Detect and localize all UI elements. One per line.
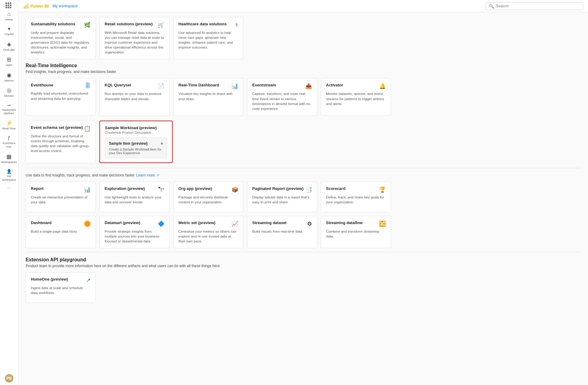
card-desc: Use lightweight tools to analyze your da… [105, 195, 164, 205]
waffle-icon[interactable] [5, 2, 12, 9]
sidebar-item-onelake[interactable]: ◈ OneLake [0, 39, 18, 54]
org-app-icon: 📦 [231, 186, 238, 193]
svg-rect-0 [24, 7, 25, 9]
power-bi-icon [23, 3, 29, 9]
functions-icon: ƒ [8, 136, 10, 140]
card-title: Streaming dataflow [326, 220, 363, 225]
card-metric-set[interactable]: Metric set (preview) 📈 Centralize your m… [173, 216, 243, 248]
sidebar-apps-label: Apps [6, 63, 13, 67]
retail-icon: 🛒 [158, 22, 164, 28]
card-paginated-report[interactable]: Paginated Report (preview) 📑 Display tab… [247, 182, 317, 212]
rt-dashboard-icon: 📊 [231, 83, 238, 89]
sidebar-item-monitor[interactable]: ◎ Monitor [0, 85, 18, 100]
card-desc: Create an interactive presentation of yo… [31, 195, 91, 205]
scorecard-icon: 🏆 [379, 186, 386, 193]
card-desc: Run queries on your data to produce shar… [105, 91, 164, 101]
avatar[interactable]: PB [5, 374, 13, 383]
realtime-cards-row2: Event schema set (preview) 📋 Define the … [26, 121, 581, 163]
card-title: Report [31, 186, 44, 191]
card-kql[interactable]: KQL Queryset 📄 Run queries on your data … [99, 78, 170, 115]
report-icon: 📊 [84, 186, 91, 193]
card-desc: Ingest data at scale and schedule data w… [31, 285, 91, 295]
card-desc: Visualize key insights to share with you… [178, 91, 238, 101]
realtime-section: Real-Time Intelligence Find insights, tr… [26, 63, 581, 163]
sidebar-onelake-label: OneLake [3, 48, 15, 51]
sidebar-item-realtime[interactable]: ⚡ Real-Time [0, 118, 18, 133]
event-schema-icon: 📋 [84, 125, 91, 132]
sample-workload-title: Sample Workload (preview) [105, 125, 167, 130]
workspace-name[interactable]: My workspace [52, 4, 78, 8]
card-title: HomeOne (preview) [31, 277, 68, 281]
sidebar-item-functions[interactable]: ƒ Functions hub [0, 133, 18, 151]
card-healthcare[interactable]: Healthcare data solutions ⚕ Use advanced… [173, 17, 243, 59]
divider [26, 168, 581, 168]
sidebar-item-home[interactable]: ⌂ Home [0, 9, 18, 24]
card-title: KQL Queryset [105, 83, 131, 87]
search-icon: 🔍 [489, 4, 494, 9]
card-title: Sustainability solutions [31, 22, 75, 26]
card-event-schema[interactable]: Event schema set (preview) 📋 Define the … [26, 121, 96, 163]
card-desc: Monitor datasets, queries, and event str… [326, 91, 386, 106]
card-sustainability[interactable]: Sustainability solutions 🌿 Unify and pre… [26, 17, 96, 59]
svg-rect-1 [25, 5, 26, 9]
card-streaming-dataflow[interactable]: Streaming dataflow 🔀 Combine and transfo… [321, 216, 391, 248]
sidebar-home-label: Home [5, 18, 13, 21]
sample-workload-section[interactable]: Sample Workload (preview) CreateHub Prod… [99, 121, 173, 163]
card-desc: Combine and transform streaming data. [326, 229, 386, 239]
card-desc: Define the structure and format of event… [31, 134, 91, 153]
sidebar-more-dots[interactable]: ··· [7, 185, 11, 191]
card-exploration[interactable]: Exploration (preview) 🔭 Use lightweight … [99, 182, 170, 212]
sidebar-item-workspaces[interactable]: ▦ Workspaces [0, 151, 18, 166]
sidebar-item-metrics[interactable]: ◉ Metrics [0, 70, 18, 85]
sample-item-card[interactable]: Sample Item (preview) ♦ Create a Sample … [105, 137, 167, 158]
card-title: Exploration (preview) [105, 186, 145, 191]
sidebar-item-myworkspace[interactable]: 👤 My workspace [0, 167, 18, 184]
home-icon: ⌂ [7, 11, 11, 17]
main-content: Sustainability solutions 🌿 Unify and pre… [18, 12, 588, 385]
card-desc: Centralize your metrics so others can ex… [178, 229, 238, 244]
card-desc: Rapidly load structured, unstructured an… [31, 91, 91, 101]
sample-item-title: Sample Item (preview) [109, 141, 148, 146]
card-eventstream[interactable]: Eventstream 📤 Capture, transform, and ro… [247, 78, 317, 115]
paginated-report-icon: 📑 [305, 186, 312, 193]
card-desc: Build a single-page data story. [31, 229, 91, 234]
card-dashboard[interactable]: Dashboard 🟠 Build a single-page data sto… [26, 216, 96, 248]
copilot-icon: ✦ [7, 27, 11, 31]
sidebar-item-copilot[interactable]: ✦ Copilot [0, 24, 18, 38]
search-box[interactable]: 🔍 [486, 2, 583, 10]
healthcare-icon: ⚕ [235, 22, 238, 28]
sidebar-item-deployment[interactable]: ⊸ Deployment pipelines [0, 100, 18, 117]
myworkspace-icon: 👤 [6, 169, 12, 173]
sustainability-row: Sustainability solutions 🌿 Unify and pre… [26, 17, 581, 59]
card-rt-dashboard[interactable]: Real-Time Dashboard 📊 Visualize key insi… [173, 78, 243, 115]
card-desc: Use advanced AI analytics to help close … [178, 30, 238, 50]
card-streaming-dataset[interactable]: Streaming dataset ⚙ Build visuals from r… [247, 216, 317, 248]
sidebar-item-apps[interactable]: ⊞ Apps [0, 54, 18, 69]
card-datamart[interactable]: Datamart (preview) 🔷 Provide strategic i… [99, 216, 170, 248]
card-desc: Define, track, and share key goals for y… [326, 195, 386, 205]
monitor-icon: ◎ [7, 88, 12, 93]
card-eventhouse[interactable]: Eventhouse 🗄 Rapidly load structured, un… [26, 78, 96, 115]
card-retail[interactable]: Retail solutions (preview) 🛒 With Micros… [99, 17, 170, 59]
card-desc: Capture, transform, and route real-time … [252, 91, 312, 111]
card-scorecard[interactable]: Scorecard 🏆 Define, track, and share key… [321, 182, 391, 212]
dashboard-icon: 🟠 [84, 220, 91, 227]
card-homeone[interactable]: HomeOne (preview) ↗ Ingest data at scale… [26, 272, 96, 303]
divider2 [26, 252, 581, 252]
sustainability-icon: 🌿 [84, 22, 91, 28]
exploration-icon: 🔭 [158, 186, 164, 193]
deployment-icon: ⊸ [7, 103, 11, 107]
card-report[interactable]: Report 📊 Create an interactive presentat… [26, 182, 96, 212]
search-input[interactable] [496, 4, 580, 8]
card-desc: Provide strategic insights from multiple… [105, 229, 164, 244]
sidebar-deployment-label: Deployment pipelines [1, 108, 17, 114]
extension-api-cards: HomeOne (preview) ↗ Ingest data at scale… [26, 272, 581, 303]
brand-name: Power BI [30, 4, 49, 9]
card-title: Scorecard [326, 186, 346, 191]
learn-more-link[interactable]: Learn more ↗ [136, 173, 159, 177]
sidebar-myworkspace-label: My workspace [1, 174, 17, 181]
sample-item-desc: Create a Sample Workload Item for your D… [109, 147, 163, 155]
card-activator[interactable]: Activator 🔔 Monitor datasets, queries, a… [321, 78, 391, 115]
card-org-app[interactable]: Org app (preview) 📦 Package and securely… [173, 182, 243, 212]
card-title: Event schema set (preview) [31, 125, 83, 130]
